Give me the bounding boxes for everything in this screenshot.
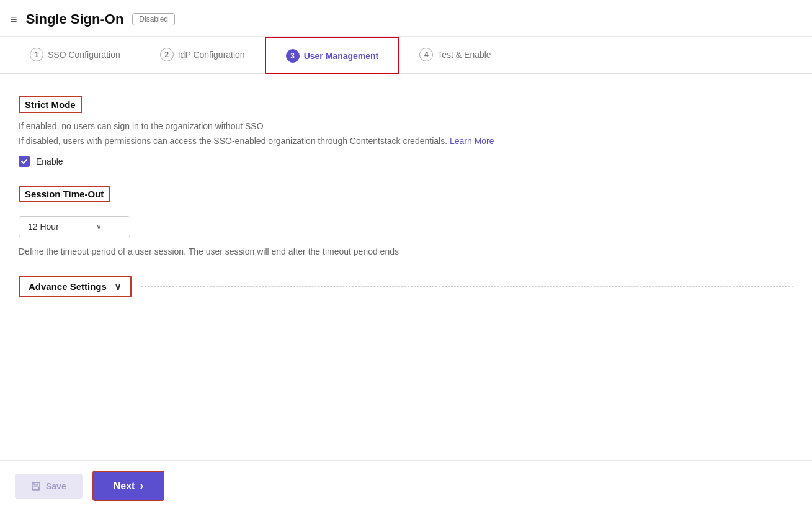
divider-line <box>141 286 793 287</box>
learn-more-link[interactable]: Learn More <box>450 136 494 146</box>
strict-mode-heading: Strict Mode <box>19 96 82 113</box>
strict-mode-desc1: If enabled, no users can sign in to the … <box>19 119 793 133</box>
next-chevron-icon: › <box>140 479 143 492</box>
strict-mode-section: Strict Mode If enabled, no users can sig… <box>19 96 793 167</box>
session-timeout-desc: Define the timeout period of a user sess… <box>19 245 793 258</box>
main-content: Strict Mode If enabled, no users can sig… <box>0 74 812 460</box>
save-button[interactable]: Save <box>15 474 83 499</box>
tab-label-idp: IdP Configuration <box>178 50 245 60</box>
session-timeout-heading: Session Time-Out <box>19 186 110 202</box>
tab-number-4: 4 <box>419 48 433 61</box>
next-button[interactable]: Next › <box>92 471 165 501</box>
page-title: Single Sign-On <box>26 11 124 27</box>
save-icon <box>31 481 41 491</box>
dropdown-value: 12 Hour <box>28 222 59 232</box>
tab-number-2: 2 <box>160 48 174 61</box>
enable-checkbox[interactable] <box>19 156 30 167</box>
save-label: Save <box>46 481 66 491</box>
footer-bar: Save Next › <box>0 460 812 511</box>
chevron-down-icon: ∨ <box>114 281 122 292</box>
advance-settings-label: Advance Settings <box>29 281 107 292</box>
advance-settings-toggle[interactable]: Advance Settings ∨ <box>19 276 132 297</box>
tab-sso-configuration[interactable]: 1 SSO Configuration <box>10 37 140 73</box>
status-badge: Disabled <box>132 13 175 25</box>
tab-number-3: 3 <box>286 49 300 63</box>
session-timeout-dropdown[interactable]: 12 Hour ∨ <box>19 216 130 237</box>
enable-checkbox-row: Enable <box>19 156 793 167</box>
tab-idp-configuration[interactable]: 2 IdP Configuration <box>140 37 265 73</box>
header: ≡ Single Sign-On Disabled <box>0 0 812 37</box>
svg-rect-2 <box>33 487 39 489</box>
tab-test-enable[interactable]: 4 Test & Enable <box>399 37 511 73</box>
enable-label: Enable <box>36 156 63 166</box>
svg-rect-1 <box>34 482 38 485</box>
tab-label-test: Test & Enable <box>437 50 491 60</box>
session-timeout-dropdown-row: 12 Hour ∨ <box>19 216 793 237</box>
chevron-down-icon: ∨ <box>96 222 102 231</box>
hamburger-icon[interactable]: ≡ <box>10 12 17 27</box>
tab-label-user-management: User Management <box>304 51 379 61</box>
strict-mode-desc2: If disabled, users with permissions can … <box>19 134 793 148</box>
advance-settings-row: Advance Settings ∨ <box>19 276 793 297</box>
next-label: Next <box>114 481 135 492</box>
tab-number-1: 1 <box>30 48 43 61</box>
tab-user-management[interactable]: 3 User Management <box>265 37 400 74</box>
tab-label-sso: SSO Configuration <box>48 50 120 60</box>
session-timeout-section: Session Time-Out 12 Hour ∨ Define the ti… <box>19 186 793 258</box>
page-wrapper: ≡ Single Sign-On Disabled 1 SSO Configur… <box>0 0 812 511</box>
tabs-bar: 1 SSO Configuration 2 IdP Configuration … <box>0 37 812 74</box>
